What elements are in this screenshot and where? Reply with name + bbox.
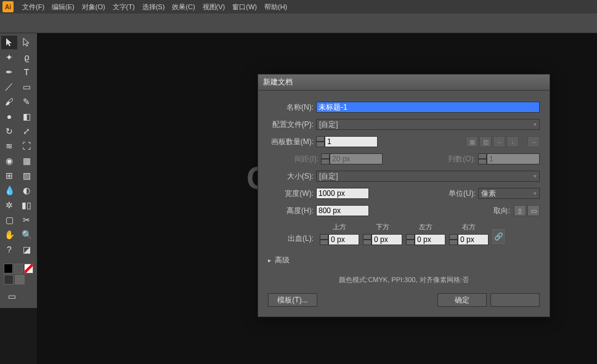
size-dropdown[interactable]: [自定] xyxy=(316,171,540,182)
bleed-top-label: 上方 xyxy=(333,222,346,232)
step-up-icon[interactable] xyxy=(320,234,328,240)
name-label: 名称(N): xyxy=(268,102,316,113)
link-bleed-icon[interactable]: 🔗 xyxy=(492,229,505,244)
ok-button[interactable]: 确定 xyxy=(437,293,487,307)
graph-tool[interactable]: ▮▯ xyxy=(18,198,35,212)
eraser-tool[interactable]: ◧ xyxy=(18,110,35,123)
blob-brush-tool[interactable]: ● xyxy=(1,110,17,123)
grid-by-col-icon[interactable]: ▥ xyxy=(479,136,492,147)
brush-tool[interactable]: 🖌 xyxy=(1,95,17,108)
selection-tool[interactable] xyxy=(1,36,17,49)
help-tool[interactable]: ? xyxy=(1,243,17,256)
magic-wand-tool[interactable]: ✦ xyxy=(1,51,17,64)
step-up-icon[interactable] xyxy=(406,234,415,240)
orient-label: 取向: xyxy=(493,206,513,216)
shape-builder-tool[interactable]: ◉ xyxy=(1,154,17,168)
menu-effect[interactable]: 效果(C) xyxy=(168,2,198,12)
line-tool[interactable]: ／ xyxy=(1,80,17,94)
menu-type[interactable]: 文字(T) xyxy=(109,2,139,12)
step-down-icon[interactable] xyxy=(316,142,325,147)
pen-tool[interactable]: ✒ xyxy=(1,65,17,79)
menu-edit[interactable]: 编辑(E) xyxy=(48,2,78,12)
menu-select[interactable]: 选择(S) xyxy=(139,2,169,12)
rect-tool[interactable]: ▭ xyxy=(18,80,35,94)
control-bar xyxy=(0,14,597,33)
bleed-top-stepper[interactable] xyxy=(320,234,359,245)
menu-help[interactable]: 帮助(H) xyxy=(261,2,291,12)
profile-dropdown[interactable]: [自定] xyxy=(316,119,540,130)
swatch-fill[interactable] xyxy=(4,264,13,273)
width-label: 宽度(W): xyxy=(268,188,316,199)
mesh-tool[interactable]: ⊞ xyxy=(1,169,17,182)
fill-stroke-swap[interactable]: ◪ xyxy=(18,243,35,256)
free-transform-tool[interactable]: ⛶ xyxy=(18,139,35,153)
height-input[interactable] xyxy=(316,205,369,216)
artboards-stepper[interactable] xyxy=(316,136,378,147)
menu-object[interactable]: 对象(O) xyxy=(78,2,109,12)
step-up-icon[interactable] xyxy=(316,136,325,142)
grid-by-row-icon[interactable]: ▦ xyxy=(466,136,478,147)
cols-label: 列数(O): xyxy=(448,154,478,164)
menubar: Ai 文件(F) 编辑(E) 对象(O) 文字(T) 选择(S) 效果(C) 视… xyxy=(0,0,597,14)
step-up-icon xyxy=(478,153,487,159)
swatch-normal[interactable] xyxy=(4,275,14,285)
bleed-bottom-input[interactable] xyxy=(372,234,402,245)
artboard-tool[interactable]: ▢ xyxy=(1,213,17,227)
color-swatches: ▭ xyxy=(1,261,36,305)
menu-view[interactable]: 视图(V) xyxy=(199,2,229,12)
lasso-tool[interactable]: ϱ xyxy=(18,51,35,64)
zoom-tool[interactable]: 🔍 xyxy=(18,228,35,241)
step-up-icon[interactable] xyxy=(363,234,372,240)
step-down-icon[interactable] xyxy=(320,240,328,245)
direct-select-tool[interactable] xyxy=(18,36,35,49)
arrow-icon[interactable]: → xyxy=(527,136,540,147)
bleed-left-stepper[interactable] xyxy=(406,234,445,245)
unit-label: 单位(U): xyxy=(449,188,478,199)
symbol-sprayer-tool[interactable]: ✲ xyxy=(1,198,17,212)
menu-window[interactable]: 窗口(W) xyxy=(229,2,261,12)
cols-input xyxy=(487,153,540,164)
bleed-top-input[interactable] xyxy=(328,234,359,245)
scale-tool[interactable]: ⤢ xyxy=(18,124,35,138)
blend-tool[interactable]: ◐ xyxy=(18,184,35,197)
type-tool[interactable]: T xyxy=(18,65,35,79)
step-down-icon[interactable] xyxy=(363,240,372,245)
screen-mode-tool[interactable]: ▭ xyxy=(4,289,20,303)
step-up-icon xyxy=(321,153,330,159)
bleed-right-label: 右方 xyxy=(462,222,476,232)
pencil-tool[interactable]: ✎ xyxy=(18,95,35,108)
bleed-right-stepper[interactable] xyxy=(449,234,489,245)
orient-portrait-icon[interactable]: ▯ xyxy=(514,205,526,216)
step-down-icon[interactable] xyxy=(406,240,415,245)
cancel-button[interactable] xyxy=(490,293,540,307)
swatch-stroke[interactable] xyxy=(14,264,23,273)
eyedropper-tool[interactable]: 💧 xyxy=(1,184,17,197)
unit-dropdown[interactable]: 像素 xyxy=(478,188,540,199)
width-input[interactable] xyxy=(316,188,369,199)
arrange-col-icon[interactable]: ↓ xyxy=(506,136,519,147)
arrange-row-icon[interactable]: → xyxy=(493,136,505,147)
bleed-bottom-stepper[interactable] xyxy=(363,234,402,245)
name-input[interactable] xyxy=(316,102,540,113)
width-tool[interactable]: ≋ xyxy=(1,139,17,153)
swatch-none[interactable] xyxy=(24,264,33,273)
bleed-label: 出血(L): xyxy=(268,233,316,245)
hand-tool[interactable]: ✋ xyxy=(1,228,17,241)
template-button[interactable]: 模板(T)... xyxy=(268,293,317,307)
menu-file[interactable]: 文件(F) xyxy=(18,2,48,12)
swatch-screen[interactable] xyxy=(15,275,25,285)
advanced-toggle[interactable]: 高级 xyxy=(268,255,540,265)
step-down-icon[interactable] xyxy=(449,240,458,245)
new-document-dialog: 新建文档 名称(N): 配置文件(P): [自定] 画板数量(M): ▦ ▥ →… xyxy=(258,74,550,317)
bleed-right-input[interactable] xyxy=(458,234,489,245)
step-down-icon xyxy=(478,159,487,164)
orient-landscape-icon[interactable]: ▭ xyxy=(527,205,540,216)
bleed-left-input[interactable] xyxy=(415,234,445,245)
cols-stepper xyxy=(478,153,540,164)
slice-tool[interactable]: ✂ xyxy=(18,213,35,227)
step-up-icon[interactable] xyxy=(449,234,458,240)
gradient-tool[interactable]: ▨ xyxy=(18,169,35,182)
rotate-tool[interactable]: ↻ xyxy=(1,124,17,138)
artboards-input[interactable] xyxy=(325,136,378,147)
perspective-tool[interactable]: ▦ xyxy=(18,154,35,168)
